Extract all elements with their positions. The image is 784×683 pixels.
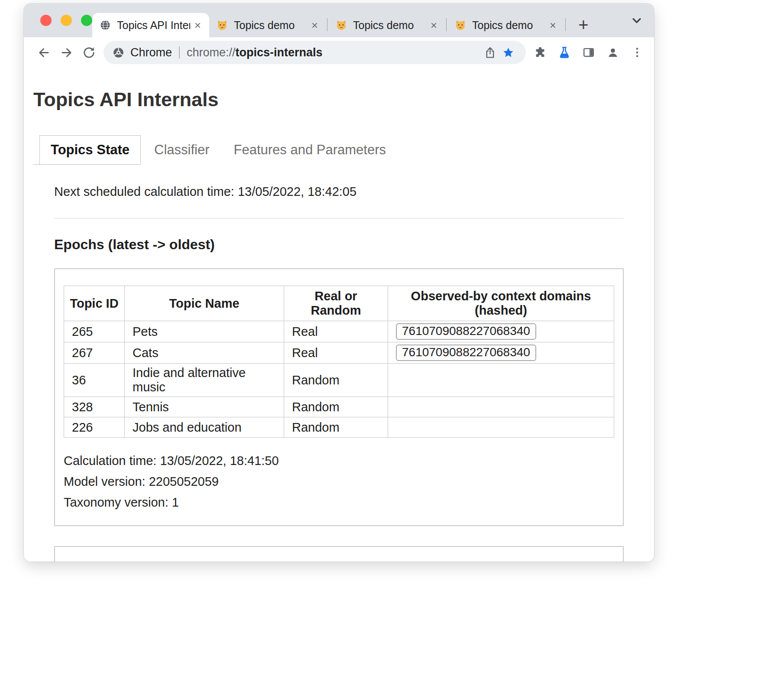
- tab-separator: [565, 18, 566, 31]
- tab-title: Topics demo: [472, 19, 545, 32]
- share-icon[interactable]: [481, 43, 499, 62]
- browser-tab-topics-demo-2[interactable]: Topics demo: [328, 13, 445, 37]
- traffic-close[interactable]: [40, 15, 52, 26]
- observed-domains-cell: [388, 417, 614, 438]
- url-text: chrome://topics-internals: [187, 46, 323, 59]
- extensions-puzzle-icon[interactable]: [530, 42, 550, 62]
- col-topic-id: Topic ID: [64, 286, 125, 321]
- browser-toolbar: Chrome chrome://topics-internals: [24, 37, 654, 68]
- cat-favicon-icon: [454, 19, 467, 31]
- forward-button[interactable]: [55, 41, 78, 64]
- tab-classifier[interactable]: Classifier: [143, 135, 220, 165]
- observed-domains-cell: 7610709088227068340: [388, 321, 614, 342]
- traffic-lights: [40, 15, 92, 26]
- cat-favicon-icon: [216, 19, 228, 31]
- divider: [54, 218, 624, 218]
- browser-tab-topics-demo-3[interactable]: Topics demo: [447, 13, 564, 37]
- epochs-heading: Epochs (latest -> oldest): [54, 237, 624, 253]
- omnibox[interactable]: Chrome chrome://topics-internals: [104, 41, 526, 64]
- browser-tabs: Topics API Intern Topics demo T: [92, 3, 593, 37]
- traffic-zoom[interactable]: [81, 15, 92, 26]
- traffic-minimize[interactable]: [61, 15, 72, 26]
- next-calculation-time: Next scheduled calculation time: 13/05/2…: [54, 185, 624, 199]
- observed-domains-cell: [388, 397, 614, 417]
- tab-close-icon[interactable]: [190, 18, 205, 33]
- cat-favicon-icon: [335, 19, 347, 31]
- real-or-random-cell: Real: [284, 342, 388, 364]
- globe-favicon-icon: [99, 19, 111, 31]
- browser-window: Topics API Intern Topics demo T: [24, 3, 654, 562]
- topic-name-cell: Pets: [125, 321, 284, 342]
- topic-name-cell: Cats: [125, 342, 284, 364]
- browser-tab-topics-demo-1[interactable]: Topics demo: [209, 13, 326, 37]
- site-chip-label: Chrome: [130, 46, 172, 59]
- topic-id-cell: 328: [64, 397, 125, 417]
- tab-features-and-parameters[interactable]: Features and Parameters: [223, 135, 397, 165]
- observed-domains-cell: 7610709088227068340: [388, 342, 614, 364]
- tab-title: Topics demo: [353, 19, 426, 32]
- tab-separator: [327, 18, 327, 31]
- real-or-random-cell: Random: [284, 364, 388, 397]
- chrome-logo-icon: [112, 46, 125, 59]
- labs-flask-icon[interactable]: [554, 42, 574, 62]
- page-title: Topics API Internals: [33, 88, 654, 111]
- browser-tab-topics-internals[interactable]: Topics API Intern: [92, 13, 209, 37]
- page-content: Topics API Internals Topics State Classi…: [24, 68, 654, 562]
- url-scheme: chrome://: [187, 46, 236, 59]
- hashed-domain-value: 7610709088227068340: [396, 323, 536, 340]
- tab-title: Topics demo: [234, 19, 307, 32]
- tab-close-icon[interactable]: [426, 18, 441, 33]
- side-panel-icon[interactable]: [579, 42, 599, 62]
- menu-dots-icon[interactable]: [627, 42, 647, 62]
- back-button[interactable]: [32, 41, 55, 64]
- taxonomy-version: Taxonomy version: 1: [64, 493, 614, 511]
- epoch-box-latest: Topic ID Topic Name Real or Random Obser…: [54, 268, 624, 526]
- col-real-or-random: Real or Random: [284, 286, 388, 321]
- table-row: 226Jobs and educationRandom: [64, 417, 614, 438]
- model-version: Model version: 2205052059: [64, 472, 614, 491]
- real-or-random-cell: Random: [284, 397, 388, 417]
- table-row: 328TennisRandom: [64, 397, 614, 417]
- url-divider: [179, 46, 180, 59]
- profile-avatar-icon[interactable]: [603, 42, 623, 62]
- hashed-domain-value: 7610709088227068340: [396, 345, 536, 361]
- tab-close-icon[interactable]: [545, 18, 560, 33]
- tab-list-chevron-icon[interactable]: [629, 13, 645, 28]
- real-or-random-cell: Real: [284, 321, 388, 342]
- real-or-random-cell: Random: [284, 417, 388, 438]
- tab-separator: [446, 18, 447, 31]
- observed-domains-cell: [388, 364, 614, 397]
- tab-close-icon[interactable]: [307, 18, 322, 33]
- tab-title: Topics API Intern: [117, 19, 190, 32]
- table-row: 265PetsReal7610709088227068340: [64, 321, 614, 342]
- topic-name-cell: Indie and alternative music: [125, 364, 284, 397]
- reload-button[interactable]: [78, 41, 100, 64]
- col-observed-domains: Observed-by context domains (hashed): [388, 286, 614, 321]
- table-header-row: Topic ID Topic Name Real or Random Obser…: [64, 286, 614, 321]
- table-row: 267CatsReal7610709088227068340: [64, 342, 614, 364]
- url-host: topics-internals: [236, 46, 323, 59]
- epoch-table: Topic ID Topic Name Real or Random Obser…: [64, 286, 614, 438]
- topic-name-cell: Jobs and education: [125, 417, 284, 438]
- new-tab-button[interactable]: +: [573, 15, 593, 35]
- epoch-box-older: Topic ID Topic Name Real or Random Obser…: [54, 546, 624, 562]
- table-row: 36Indie and alternative musicRandom: [64, 364, 614, 397]
- topic-id-cell: 265: [64, 321, 125, 342]
- toolbar-actions: [530, 42, 647, 62]
- col-topic-name: Topic Name: [125, 286, 284, 321]
- page-tabs: Topics State Classifier Features and Par…: [39, 135, 654, 165]
- topic-id-cell: 267: [64, 342, 125, 364]
- topic-name-cell: Tennis: [125, 397, 284, 417]
- calculation-time: Calculation time: 13/05/2022, 18:41:50: [64, 452, 614, 470]
- topics-state-panel: Next scheduled calculation time: 13/05/2…: [54, 185, 624, 562]
- tab-strip: Topics API Intern Topics demo T: [24, 3, 654, 37]
- topic-id-cell: 36: [64, 364, 125, 397]
- topic-id-cell: 226: [64, 417, 125, 438]
- tab-topics-state[interactable]: Topics State: [39, 135, 141, 165]
- bookmark-star-icon[interactable]: [499, 43, 517, 62]
